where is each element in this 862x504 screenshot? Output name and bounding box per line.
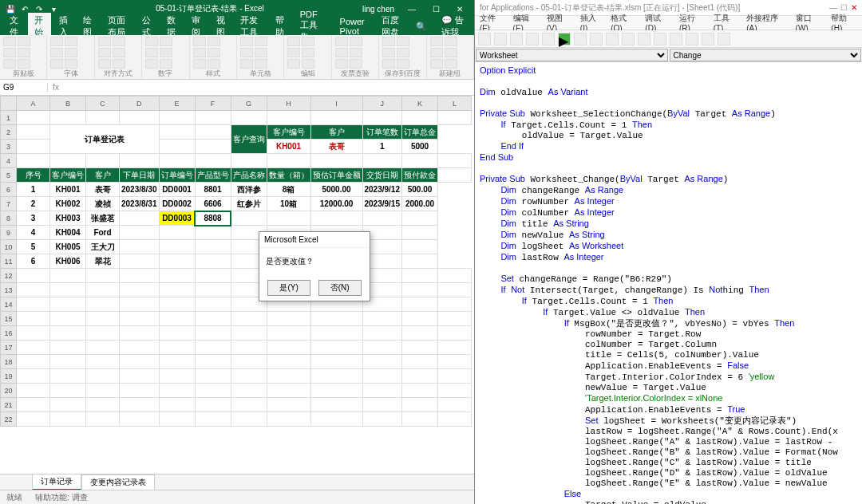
vba-dropdowns: Worksheet Change xyxy=(475,48,862,62)
vba-tb-icon[interactable] xyxy=(526,33,539,45)
status-ready: 就绪 xyxy=(6,492,22,503)
vba-tb-icon[interactable] xyxy=(718,33,730,45)
user-name[interactable]: ling chen xyxy=(356,5,401,14)
vba-minimize-icon[interactable]: — xyxy=(829,3,837,12)
sheet-tab[interactable]: 订单记录 xyxy=(32,474,81,490)
ribbon: 剪贴板字体对齐方式数字样式单元格编辑发票查验保存到百度网盘新建组 xyxy=(0,35,474,80)
vba-tb-icon[interactable] xyxy=(638,33,650,45)
vba-tb-icon[interactable] xyxy=(542,33,555,45)
ribbon-group: 发票查验 xyxy=(332,35,379,79)
ribbon-group: 编辑 xyxy=(284,35,331,79)
ribbon-group: 数字 xyxy=(142,35,189,79)
vba-toolbar: ▶ xyxy=(475,30,862,48)
spreadsheet-grid[interactable]: ABCDEFGHIJKL12订单登记表客户查询客户编号客户订单笔数订单总金3KH… xyxy=(0,96,474,474)
vba-object-dropdown[interactable]: Worksheet xyxy=(476,49,668,61)
vba-tb-icon[interactable] xyxy=(670,33,682,45)
fx-icon[interactable]: fx xyxy=(48,83,64,92)
vba-tb-icon[interactable] xyxy=(606,33,619,45)
excel-window: 💾 ↶ ↷ ▾ 05-01-订单登记表-结果 - Excel ling chen… xyxy=(0,0,475,504)
vba-pause-icon[interactable] xyxy=(574,33,587,45)
ribbon-group: 单元格 xyxy=(237,35,284,79)
ribbon-tab[interactable]: 🔍 xyxy=(409,20,433,33)
vba-tb-icon[interactable] xyxy=(622,33,635,45)
dialog-title: Microsoft Excel xyxy=(259,232,370,248)
vba-tb-icon[interactable] xyxy=(494,33,507,45)
minimize-icon[interactable]: — xyxy=(401,5,423,14)
sheet-tabs: 订单记录变更内容记录表 xyxy=(0,474,474,490)
ribbon-group: 样式 xyxy=(190,35,237,79)
vba-stop-icon[interactable] xyxy=(590,33,603,45)
ribbon-group: 对齐方式 xyxy=(95,35,142,79)
sheet-tab[interactable]: 变更内容记录表 xyxy=(81,474,155,490)
ribbon-group: 剪贴板 xyxy=(0,35,47,79)
status-accessibility: 辅助功能: 调查 xyxy=(35,492,88,503)
dialog-yes-button[interactable]: 是(Y) xyxy=(267,280,310,296)
vba-run-icon[interactable]: ▶ xyxy=(558,33,571,45)
vba-tb-icon[interactable] xyxy=(478,33,491,45)
ribbon-tabs: 文件开始插入绘图页面布局公式数据审阅视图开发工具帮助PDF工具集Power Pi… xyxy=(0,18,474,35)
vba-tb-icon[interactable] xyxy=(686,33,698,45)
dialog-no-button[interactable]: 否(N) xyxy=(318,280,362,296)
ribbon-tab[interactable]: Power Pivot xyxy=(334,15,374,37)
close-icon[interactable]: ✕ xyxy=(449,5,471,14)
msgbox-dialog: Microsoft Excel 是否更改值？ 是(Y) 否(N) xyxy=(259,231,370,301)
ribbon-group: 保存到百度网盘 xyxy=(379,35,426,79)
status-bar: 就绪 辅助功能: 调查 xyxy=(0,490,474,504)
dialog-message: 是否更改值？ xyxy=(259,248,370,275)
formula-bar-row: G9 fx xyxy=(0,80,474,96)
vba-maximize-icon[interactable]: ☐ xyxy=(840,3,848,12)
vba-window: for Applications - 05-01-订单登记表-结果.xlsm [… xyxy=(475,0,862,504)
vba-tb-icon[interactable] xyxy=(510,33,523,45)
vba-title: for Applications - 05-01-订单登记表-结果.xlsm [… xyxy=(475,2,829,14)
vba-close-icon[interactable]: ✕ xyxy=(851,3,857,12)
ribbon-group: 字体 xyxy=(47,35,94,79)
vba-menubar: 文件(F)编辑(E)视图(V)插入(I)格式(O)调试(D)运行(R)工具(T)… xyxy=(475,16,862,30)
maximize-icon[interactable]: ☐ xyxy=(425,5,447,14)
vba-code-editor[interactable]: Option Explicit Dim oldValue As Variant … xyxy=(475,62,862,504)
vba-tb-icon[interactable] xyxy=(654,33,666,45)
vba-procedure-dropdown[interactable]: Change xyxy=(670,49,862,61)
ribbon-group: 新建组 xyxy=(427,35,474,79)
name-box[interactable]: G9 xyxy=(0,83,48,92)
vba-tb-icon[interactable] xyxy=(702,33,714,45)
